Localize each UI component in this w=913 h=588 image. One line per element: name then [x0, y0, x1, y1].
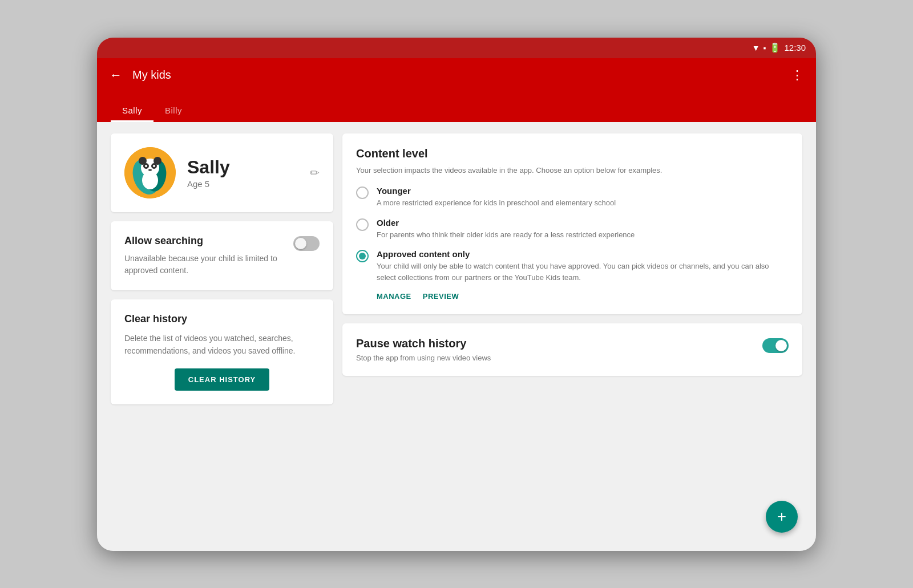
older-label: Older	[377, 218, 635, 228]
status-icons: ▼ ▪ 🔋 12:30	[752, 42, 806, 53]
svg-point-11	[148, 169, 152, 171]
tablet-frame: ▼ ▪ 🔋 12:30 ← My kids ⋮ Sally Billy	[97, 38, 816, 551]
clear-history-description: Delete the list of videos you watched, s…	[124, 332, 320, 358]
status-bar: ▼ ▪ 🔋 12:30	[97, 38, 816, 58]
main-content: Sally Age 5 ✏ Allow searching Unavailabl…	[97, 122, 816, 551]
profile-info: Sally Age 5	[187, 157, 298, 189]
approved-label: Approved content only	[377, 249, 789, 259]
clear-history-title: Clear history	[124, 313, 320, 325]
clear-history-card: Clear history Delete the list of videos …	[111, 299, 333, 405]
signal-icon: ▪	[763, 43, 766, 52]
older-content: Older For parents who think their older …	[377, 218, 635, 241]
pause-toggle-track	[762, 338, 789, 353]
wifi-icon: ▼	[752, 43, 760, 52]
right-column: Content level Your selection impacts the…	[342, 133, 802, 540]
battery-icon: 🔋	[769, 42, 781, 53]
content-level-title: Content level	[356, 147, 789, 160]
option-approved: Approved content only Your child will on…	[356, 249, 789, 283]
approved-actions: MANAGE PREVIEW	[377, 292, 789, 301]
allow-searching-title: Allow searching	[124, 235, 286, 247]
preview-link[interactable]: PREVIEW	[423, 292, 459, 301]
content-level-card: Content level Your selection impacts the…	[342, 133, 802, 315]
toggle-track	[293, 236, 320, 251]
radio-younger[interactable]	[356, 186, 369, 199]
option-older: Older For parents who think their older …	[356, 218, 789, 241]
pause-watch-history-card: Pause watch history Stop the app from us…	[342, 323, 802, 376]
approved-content: Approved content only Your child will on…	[377, 249, 789, 283]
clear-history-button[interactable]: CLEAR HISTORY	[175, 368, 269, 391]
pause-toggle-thumb	[775, 340, 787, 351]
content-level-description: Your selection impacts the videos availa…	[356, 165, 789, 176]
svg-point-10	[153, 165, 155, 167]
younger-content: Younger A more restricted experience for…	[377, 186, 616, 209]
pause-content: Pause watch history Stop the app from us…	[356, 337, 491, 362]
younger-description: A more restricted experience for kids in…	[377, 197, 616, 209]
profile-age: Age 5	[187, 179, 298, 189]
edit-profile-button[interactable]: ✏	[310, 166, 320, 180]
back-button[interactable]: ←	[106, 64, 126, 86]
allow-searching-content: Allow searching Unavailable because your…	[124, 235, 286, 277]
allow-searching-description: Unavailable because your child is limite…	[124, 253, 286, 277]
older-description: For parents who think their older kids a…	[377, 229, 635, 241]
tab-sally[interactable]: Sally	[111, 99, 153, 122]
tab-billy[interactable]: Billy	[153, 99, 193, 122]
status-time: 12:30	[784, 43, 806, 52]
allow-searching-row: Allow searching Unavailable because your…	[124, 235, 320, 277]
app-bar-title: My kids	[132, 68, 781, 82]
profile-name: Sally	[187, 157, 298, 178]
radio-approved[interactable]	[356, 250, 369, 262]
pause-title: Pause watch history	[356, 337, 491, 350]
allow-searching-toggle[interactable]	[293, 236, 320, 251]
app-bar: ← My kids ⋮	[97, 58, 816, 92]
avatar-image	[124, 147, 176, 198]
younger-label: Younger	[377, 186, 616, 196]
left-column: Sally Age 5 ✏ Allow searching Unavailabl…	[111, 133, 333, 540]
tab-bar: Sally Billy	[97, 92, 816, 122]
allow-searching-card: Allow searching Unavailable because your…	[111, 221, 333, 290]
toggle-thumb	[295, 238, 306, 249]
pause-toggle[interactable]	[762, 338, 789, 353]
approved-description: Your child will only be able to watch co…	[377, 261, 789, 283]
svg-point-9	[145, 165, 147, 167]
option-younger: Younger A more restricted experience for…	[356, 186, 789, 209]
avatar	[124, 147, 176, 198]
more-options-button[interactable]: ⋮	[787, 64, 807, 86]
radio-older[interactable]	[356, 218, 369, 231]
profile-card: Sally Age 5 ✏	[111, 133, 333, 212]
fab-add-button[interactable]: +	[766, 501, 798, 533]
manage-link[interactable]: MANAGE	[377, 292, 411, 301]
pause-description: Stop the app from using new video views	[356, 354, 491, 362]
